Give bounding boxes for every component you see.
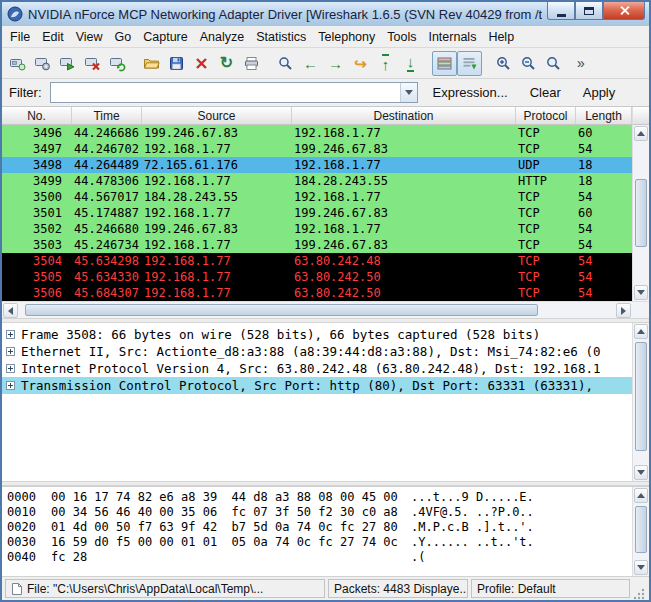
packet-list-vscrollbar[interactable] bbox=[632, 107, 649, 301]
scroll-down-button[interactable] bbox=[634, 285, 648, 300]
close-button[interactable] bbox=[603, 2, 645, 20]
detail-ip-line[interactable]: Internet Protocol Version 4, Src: 63.80.… bbox=[2, 360, 632, 377]
go-forward-button[interactable]: → bbox=[323, 51, 348, 76]
table-row[interactable]: 3506 45.684307 192.168.1.77 63.80.242.50… bbox=[2, 285, 632, 301]
menu-telephony[interactable]: Telephony bbox=[312, 28, 381, 46]
scrollbar-thumb[interactable] bbox=[635, 342, 647, 451]
scrollbar-thumb[interactable] bbox=[635, 506, 647, 553]
scroll-right-button[interactable] bbox=[616, 303, 631, 318]
table-row[interactable]: 3505 45.634330 192.168.1.77 63.80.242.50… bbox=[2, 269, 632, 285]
close-file-button[interactable] bbox=[189, 51, 214, 76]
back-arrow-icon: ← bbox=[303, 56, 318, 71]
expand-icon[interactable] bbox=[6, 381, 15, 390]
table-row[interactable]: 3502 45.246680 199.246.67.83 192.168.1.7… bbox=[2, 221, 632, 237]
zoom-in-button[interactable] bbox=[491, 51, 516, 76]
scrollbar-thumb[interactable] bbox=[635, 179, 647, 247]
apply-button[interactable]: Apply bbox=[576, 82, 623, 103]
column-no[interactable]: No. bbox=[2, 107, 72, 125]
menu-view[interactable]: View bbox=[70, 28, 109, 46]
go-back-button[interactable]: ← bbox=[298, 51, 323, 76]
maximize-button[interactable] bbox=[575, 2, 603, 20]
list-interfaces-button[interactable] bbox=[5, 51, 30, 76]
menu-capture[interactable]: Capture bbox=[137, 28, 193, 46]
table-row[interactable]: 3503 45.246734 192.168.1.77 199.246.67.8… bbox=[2, 237, 632, 253]
table-row[interactable]: 3499 44.478306 192.168.1.77 184.28.243.5… bbox=[2, 173, 632, 189]
go-to-packet-button[interactable]: ↪ bbox=[348, 51, 373, 76]
menu-edit[interactable]: Edit bbox=[36, 28, 70, 46]
menu-tools[interactable]: Tools bbox=[381, 28, 422, 46]
column-source[interactable]: Source bbox=[142, 107, 292, 125]
menu-statistics[interactable]: Statistics bbox=[250, 28, 312, 46]
hex-vscrollbar[interactable] bbox=[632, 487, 649, 576]
filter-dropdown-button[interactable] bbox=[400, 83, 417, 102]
list-interfaces-icon bbox=[9, 55, 26, 72]
table-row[interactable]: 3497 44.246702 192.168.1.77 199.246.67.8… bbox=[2, 141, 632, 157]
table-row-selected[interactable]: 3498 44.264489 72.165.61.176 192.168.1.7… bbox=[2, 157, 632, 173]
clear-button[interactable]: Clear bbox=[523, 82, 568, 103]
scroll-up-button[interactable] bbox=[634, 488, 648, 503]
packet-source: 199.246.67.83 bbox=[142, 126, 292, 140]
scroll-up-button[interactable] bbox=[634, 324, 648, 339]
zoom-out-button[interactable] bbox=[516, 51, 541, 76]
toolbar-overflow-button[interactable]: » bbox=[575, 55, 587, 71]
file-icon bbox=[11, 582, 23, 596]
print-button[interactable] bbox=[239, 51, 264, 76]
go-to-top-button[interactable]: ↑ bbox=[373, 51, 398, 76]
packet-list-hscrollbar[interactable] bbox=[2, 301, 649, 318]
find-packet-button[interactable] bbox=[273, 51, 298, 76]
resize-grip[interactable] bbox=[633, 587, 646, 600]
scroll-down-button[interactable] bbox=[634, 465, 648, 480]
packet-list-header: No. Time Source Destination Protocol Len… bbox=[2, 107, 632, 125]
zoom-100-button[interactable] bbox=[541, 51, 566, 76]
table-row[interactable]: 3501 45.174887 192.168.1.77 199.246.67.8… bbox=[2, 205, 632, 221]
expression-button[interactable]: Expression... bbox=[426, 82, 515, 103]
column-time[interactable]: Time bbox=[72, 107, 142, 125]
auto-scroll-toggle-button[interactable] bbox=[457, 51, 482, 76]
detail-frame-line[interactable]: Frame 3508: 66 bytes on wire (528 bits),… bbox=[2, 326, 632, 343]
title-bar[interactable]: NVIDIA nForce MCP Networking Adapter Dri… bbox=[2, 2, 649, 26]
go-to-bottom-button[interactable]: ↓ bbox=[398, 51, 423, 76]
table-row[interactable]: 3500 44.567017 184.28.243.55 192.168.1.7… bbox=[2, 189, 632, 205]
details-vscrollbar[interactable] bbox=[632, 323, 649, 481]
scrollbar-thumb[interactable] bbox=[25, 304, 538, 316]
menu-go[interactable]: Go bbox=[109, 28, 138, 46]
hex-line[interactable]: 0010 00 34 56 46 40 00 35 06 fc 07 3f 50… bbox=[7, 505, 632, 520]
column-length[interactable]: Length bbox=[576, 107, 632, 125]
menu-internals[interactable]: Internals bbox=[422, 28, 482, 46]
menu-help[interactable]: Help bbox=[482, 28, 520, 46]
hex-line[interactable]: 0030 16 59 d0 f5 00 00 01 01 05 0a 74 0c… bbox=[7, 535, 632, 550]
packet-no: 3501 bbox=[2, 206, 72, 220]
detail-tcp-line-selected[interactable]: Transmission Control Protocol, Src Port:… bbox=[2, 377, 632, 394]
expand-icon[interactable] bbox=[6, 364, 15, 373]
menu-analyze[interactable]: Analyze bbox=[194, 28, 250, 46]
start-capture-button[interactable] bbox=[55, 51, 80, 76]
column-destination[interactable]: Destination bbox=[292, 107, 516, 125]
top-arrow-icon: ↑ bbox=[382, 54, 390, 72]
column-protocol[interactable]: Protocol bbox=[516, 107, 576, 125]
hex-ascii: ...t...9 D.....E. bbox=[411, 490, 632, 505]
chevron-down-icon bbox=[405, 90, 413, 95]
search-icon bbox=[277, 55, 294, 72]
colorize-toggle-button[interactable] bbox=[432, 51, 457, 76]
expand-icon[interactable] bbox=[6, 347, 15, 356]
save-file-button[interactable] bbox=[164, 51, 189, 76]
hex-line[interactable]: 0000 00 16 17 74 82 e6 a8 39 44 d8 a3 88… bbox=[7, 490, 632, 505]
scroll-down-button[interactable] bbox=[634, 560, 648, 575]
filter-input[interactable] bbox=[51, 83, 400, 102]
open-file-button[interactable] bbox=[139, 51, 164, 76]
hex-line[interactable]: 0040 fc 28 .( bbox=[7, 550, 632, 565]
table-row[interactable]: 3504 45.634298 192.168.1.77 63.80.242.48… bbox=[2, 253, 632, 269]
minimize-button[interactable] bbox=[547, 2, 575, 20]
reload-button[interactable]: ↻ bbox=[214, 51, 239, 76]
table-row[interactable]: 3496 44.246686 199.246.67.83 192.168.1.7… bbox=[2, 125, 632, 141]
menu-file[interactable]: File bbox=[4, 28, 36, 46]
hex-line[interactable]: 0020 01 4d 00 50 f7 63 9f 42 b7 5d 0a 74… bbox=[7, 520, 632, 535]
scroll-up-button[interactable] bbox=[634, 126, 648, 141]
restart-capture-button[interactable] bbox=[105, 51, 130, 76]
expand-icon[interactable] bbox=[6, 330, 15, 339]
packet-time: 44.567017 bbox=[72, 190, 142, 204]
capture-options-button[interactable] bbox=[30, 51, 55, 76]
detail-ethernet-line[interactable]: Ethernet II, Src: Actionte_d8:a3:88 (a8:… bbox=[2, 343, 632, 360]
stop-capture-button[interactable] bbox=[80, 51, 105, 76]
scroll-left-button[interactable] bbox=[3, 303, 18, 318]
